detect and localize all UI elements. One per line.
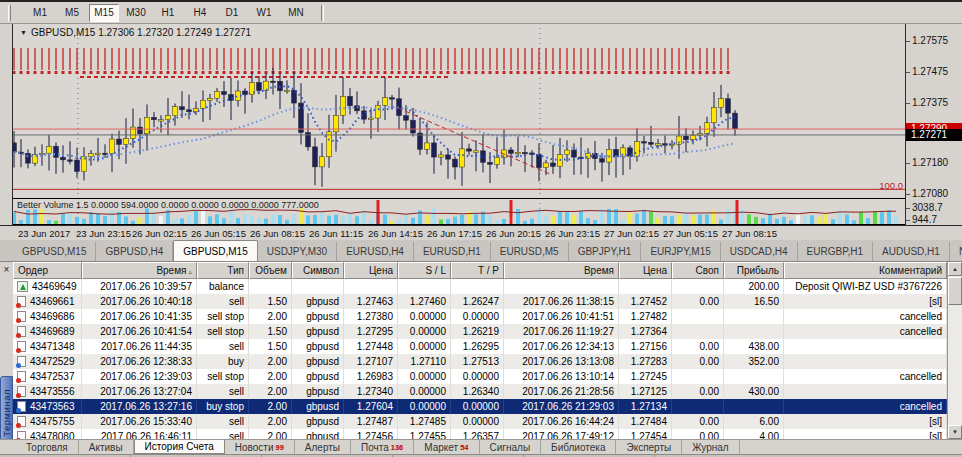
cell-profit: 6.00 <box>724 414 784 429</box>
cell-tp: 1.26219 <box>451 324 504 339</box>
bottom-tab-5[interactable]: Почта136 <box>351 440 414 454</box>
close-panel-icon[interactable]: × <box>1 264 12 276</box>
chart-collapse-icon[interactable]: ▼ <box>20 29 27 36</box>
timeframe-button-W1[interactable]: W1 <box>249 4 279 22</box>
cell-type: sell <box>197 294 249 309</box>
chart-tab-1[interactable]: GBPUSD,H4 <box>96 242 173 261</box>
bottom-tab-1[interactable]: Активы <box>79 440 134 454</box>
column-header-tp[interactable]: T / P <box>451 262 504 279</box>
column-header-type[interactable]: Тип <box>197 262 249 279</box>
chart-tab-2[interactable]: GBPUSD,M15 <box>173 240 257 261</box>
chart-tab-7[interactable]: GBPJPY,H1 <box>569 242 642 261</box>
chart-tab-9[interactable]: USDCAD,H4 <box>721 242 798 261</box>
column-header-profit[interactable]: Прибыль <box>724 262 784 279</box>
cell-volume: 2.00 <box>249 354 292 369</box>
table-scrollbar[interactable]: ▲ ▼ <box>947 262 962 439</box>
timeframe-button-H1[interactable]: H1 <box>153 4 183 22</box>
cell-close_price: 1.27245 <box>619 369 672 384</box>
timeframe-button-M5[interactable]: M5 <box>57 4 87 22</box>
time-axis-label: 26 Jun 11:15 <box>309 228 363 239</box>
scrollbar-down-icon[interactable]: ▼ <box>948 425 962 439</box>
cell-order: 43471348 <box>13 339 82 354</box>
timeframe-button-D1[interactable]: D1 <box>217 4 247 22</box>
cell-swap: 0.00 <box>672 294 724 309</box>
chart-tab-0[interactable]: GBPUSD,M15 <box>13 242 96 261</box>
price-scale-tick: 944.7 <box>912 214 937 225</box>
cell-order: 43472529 <box>13 354 82 369</box>
history-row-43472529[interactable]: 434725292017.06.26 12:38:33buy2.00gbpusd… <box>13 354 947 369</box>
cell-close_time: 2017.06.26 21:29:03 <box>504 399 619 414</box>
bottom-tab-9[interactable]: Эксперты <box>616 440 682 454</box>
cell-close_time: 2017.06.26 12:34:13 <box>504 339 619 354</box>
timeframe-button-MN[interactable]: MN <box>281 4 311 22</box>
chart-tab-4[interactable]: EURUSD,H4 <box>337 242 414 261</box>
sell-order-icon <box>17 431 26 439</box>
history-row-43473563[interactable]: 434735632017.06.26 13:27:16buy stop2.00g… <box>13 399 947 414</box>
chart-tab-6[interactable]: EURUSD,M5 <box>491 242 569 261</box>
cell-open_price: 1.27448 <box>344 339 398 354</box>
chart-tab-12[interactable]: NZDUSD,H4 <box>950 242 962 261</box>
column-header-close_price[interactable]: Цена <box>619 262 672 279</box>
scrollbar-up-icon[interactable]: ▲ <box>948 262 962 276</box>
column-header-open_price[interactable]: Цена <box>344 262 398 279</box>
time-axis-label: 26 Jun 14:15 <box>368 228 423 239</box>
column-header-open_time[interactable]: Время▵ <box>82 262 197 279</box>
cell-symbol: gbpusd <box>292 414 344 429</box>
bottom-tab-3[interactable]: Новости99 <box>225 440 295 454</box>
history-row-43469661[interactable]: 434696612017.06.26 10:40:18sell1.50gbpus… <box>13 294 947 309</box>
cell-symbol: gbpusd <box>292 369 344 384</box>
cell-symbol: gbpusd <box>292 384 344 399</box>
cell-sl: 1.27485 <box>398 414 451 429</box>
history-row-43473556[interactable]: 434735562017.06.26 13:27:04sell2.00gbpus… <box>13 384 947 399</box>
cell-swap: 0.00 <box>672 429 724 439</box>
cell-close_price: 1.27364 <box>619 324 672 339</box>
chart-tab-5[interactable]: EURUSD,H1 <box>414 242 491 261</box>
timeframe-button-M30[interactable]: M30 <box>121 4 151 22</box>
price-scale[interactable]: 1.275751.274751.273751.271801.270803038.… <box>905 24 962 225</box>
cell-type: sell stop <box>197 369 249 384</box>
column-header-swap[interactable]: Своп <box>672 262 724 279</box>
timeframe-button-H4[interactable]: H4 <box>185 4 215 22</box>
time-axis-label: 26 Jun 05:15 <box>191 228 246 239</box>
bottom-tab-4[interactable]: Алерты <box>295 440 351 454</box>
bottom-tab-8[interactable]: Библиотека <box>541 440 616 454</box>
bottom-tab-7[interactable]: Сигналы <box>480 440 542 454</box>
chart-tab-11[interactable]: AUDUSD,H1 <box>873 242 950 261</box>
history-row-43471348[interactable]: 434713482017.06.26 11:44:35sell1.50gbpus… <box>13 339 947 354</box>
cell-close_price: 1.27125 <box>619 384 672 399</box>
timeframe-button-M1[interactable]: M1 <box>25 4 55 22</box>
candlestick-chart[interactable] <box>13 24 905 225</box>
column-header-order[interactable]: Ордер <box>13 262 82 279</box>
cell-close_time: 2017.06.26 13:13:08 <box>504 354 619 369</box>
history-row-43469689[interactable]: 434696892017.06.26 10:41:54sell stop1.50… <box>13 324 947 339</box>
bottom-tab-10[interactable]: Журнал <box>682 440 740 454</box>
bottom-tab-2[interactable]: История Счета <box>134 440 225 454</box>
time-axis-label: 26 Jun 08:15 <box>250 228 305 239</box>
chart-tab-8[interactable]: EURJPY,M15 <box>641 242 720 261</box>
cell-sl: 0.00000 <box>398 324 451 339</box>
column-header-close_time[interactable]: Время <box>504 262 619 279</box>
cell-order: 43473563 <box>13 399 82 414</box>
bottom-tab-6[interactable]: Маркет54 <box>414 440 479 454</box>
scrollbar-thumb[interactable] <box>948 277 962 305</box>
history-row-43478080[interactable]: 434780802017.06.26 16:46:11sell2.00gbpus… <box>13 429 947 439</box>
column-header-sl[interactable]: S / L <box>398 262 451 279</box>
history-row-43472537[interactable]: 434725372017.06.26 12:39:03sell stop2.00… <box>13 369 947 384</box>
cell-order: 43469686 <box>13 309 82 324</box>
history-row-43475755[interactable]: 434757552017.06.26 15:33:40sell2.00gbpus… <box>13 414 947 429</box>
bottom-tab-0[interactable]: Торговля <box>16 440 79 454</box>
timeframe-button-M15[interactable]: M15 <box>89 4 119 22</box>
history-row-43469686[interactable]: 434696862017.06.26 10:41:35sell stop2.00… <box>13 309 947 324</box>
chart-left-margin <box>0 24 13 225</box>
cell-open_time: 2017.06.26 13:27:04 <box>82 384 197 399</box>
tab-badge: 136 <box>391 443 404 452</box>
cell-sl <box>398 279 451 294</box>
time-axis[interactable]: 23 Jun 201723 Jun 23:1526 Jun 02:1526 Ju… <box>0 225 962 240</box>
history-row-43469649[interactable]: 434696492017.06.26 10:39:57balance200.00… <box>13 279 947 294</box>
chart-tab-10[interactable]: EURGBP,H1 <box>798 242 874 261</box>
column-header-comment[interactable]: Комментарий <box>784 262 947 279</box>
chart-tab-3[interactable]: USDJPY,M30 <box>258 242 337 261</box>
toolbar-drag-handle[interactable] <box>8 5 11 21</box>
column-header-symbol[interactable]: Символ <box>292 262 344 279</box>
column-header-volume[interactable]: Объем <box>249 262 292 279</box>
